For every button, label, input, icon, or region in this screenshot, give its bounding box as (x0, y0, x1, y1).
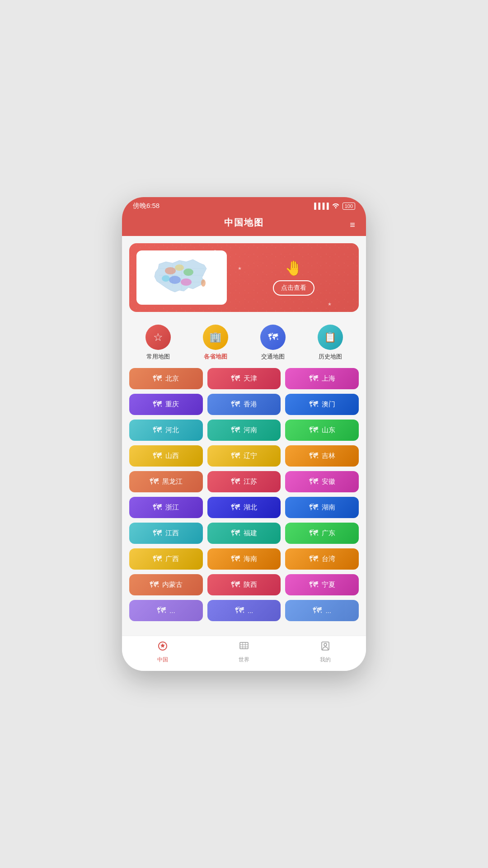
province-guangxi[interactable]: 🗺 广西 (129, 548, 203, 570)
province-zhejiang[interactable]: 🗺 浙江 (129, 497, 203, 518)
hongkong-icon: 🗺 (231, 399, 240, 410)
province-hainan[interactable]: 🗺 海南 (207, 548, 281, 570)
jiangsu-icon: 🗺 (231, 476, 240, 487)
province-map-icon: 🏢 (203, 325, 228, 350)
province-taiwan[interactable]: 🗺 台湾 (285, 548, 359, 570)
province-jiangsu[interactable]: 🗺 江苏 (207, 471, 281, 492)
jiangxi-icon: 🗺 (153, 528, 162, 538)
province-extra2[interactable]: 🗺 ... (207, 600, 281, 621)
province-map-label: 各省地图 (204, 353, 227, 361)
categories: ☆ 常用地图 🏢 各省地图 🗺 交通地图 📋 历史地图 (129, 321, 359, 368)
svg-rect-13 (240, 642, 248, 649)
province-guangdong[interactable]: 🗺 广东 (285, 523, 359, 544)
liaoning-icon: 🗺 (231, 451, 240, 461)
chongqing-icon: 🗺 (153, 399, 162, 410)
status-bar: 傍晚6:58 ▐▐▐▐ 100 (122, 197, 366, 213)
hand-icon: 🤚 (285, 259, 303, 277)
nav-world[interactable]: 世界 (203, 641, 285, 664)
category-history[interactable]: 📋 历史地图 (318, 325, 343, 361)
svg-point-7 (175, 264, 184, 271)
taiwan-icon: 🗺 (309, 554, 318, 564)
province-ningxia[interactable]: 🗺 宁夏 (285, 574, 359, 595)
province-beijing[interactable]: 🗺 北京 (129, 368, 203, 389)
province-extra3[interactable]: 🗺 ... (285, 600, 359, 621)
province-shanghai[interactable]: 🗺 上海 (285, 368, 359, 389)
province-heilongjiang[interactable]: 🗺 黑龙江 (129, 471, 203, 492)
shanghai-icon: 🗺 (309, 373, 318, 384)
extra1-icon: 🗺 (157, 605, 166, 616)
common-map-icon: ☆ (145, 325, 171, 350)
province-macao[interactable]: 🗺 澳门 (285, 394, 359, 415)
anhui-icon: 🗺 (309, 476, 318, 487)
svg-point-11 (162, 275, 170, 282)
signal-icon: ▐▐▐▐ (312, 203, 329, 209)
header-title: 中国地图 (224, 217, 264, 229)
province-hubei[interactable]: 🗺 湖北 (207, 497, 281, 518)
shanxi-icon: 🗺 (153, 451, 162, 461)
province-shanxi[interactable]: 🗺 山西 (129, 445, 203, 467)
common-map-label: 常用地图 (146, 353, 170, 361)
extra2-icon: 🗺 (235, 605, 244, 616)
banner: ✈ ★ ★ ★ (129, 243, 359, 312)
category-traffic[interactable]: 🗺 交通地图 (260, 325, 286, 361)
battery-icon: 100 (343, 203, 355, 210)
svg-point-8 (183, 269, 193, 276)
fujian-icon: 🗺 (231, 528, 240, 538)
traffic-map-icon: 🗺 (260, 325, 286, 350)
heilongjiang-icon: 🗺 (150, 476, 159, 487)
province-jiangxi[interactable]: 🗺 江西 (129, 523, 203, 544)
wifi-icon (332, 202, 340, 210)
svg-point-9 (169, 276, 181, 284)
province-chongqing[interactable]: 🗺 重庆 (129, 394, 203, 415)
henan-icon: 🗺 (231, 425, 240, 435)
province-anhui[interactable]: 🗺 安徽 (285, 471, 359, 492)
content-area: ✈ ★ ★ ★ (122, 236, 366, 636)
guangdong-icon: 🗺 (309, 528, 318, 538)
province-hunan[interactable]: 🗺 湖南 (285, 497, 359, 518)
hainan-icon: 🗺 (231, 554, 240, 564)
svg-point-12 (201, 279, 206, 287)
neimenggu-icon: 🗺 (150, 580, 159, 590)
bottom-nav: 中国 世界 我的 (122, 636, 366, 671)
status-time: 傍晚6:58 (133, 202, 160, 210)
mine-nav-icon (320, 641, 331, 654)
nav-mine[interactable]: 我的 (285, 641, 366, 664)
hubei-icon: 🗺 (231, 502, 240, 513)
hunan-icon: 🗺 (309, 502, 318, 513)
province-jilin[interactable]: 🗺 吉林 (285, 445, 359, 467)
tianjin-icon: 🗺 (231, 373, 240, 384)
province-shandong[interactable]: 🗺 山东 (285, 420, 359, 441)
china-nav-icon (157, 641, 168, 654)
world-nav-icon (239, 641, 249, 654)
guangxi-icon: 🗺 (153, 554, 162, 564)
svg-point-6 (165, 267, 176, 274)
category-province[interactable]: 🏢 各省地图 (203, 325, 228, 361)
province-shaanxi[interactable]: 🗺 陕西 (207, 574, 281, 595)
history-map-label: 历史地图 (319, 353, 342, 361)
macao-icon: 🗺 (309, 399, 318, 410)
province-liaoning[interactable]: 🗺 辽宁 (207, 445, 281, 467)
province-hebei[interactable]: 🗺 河北 (129, 420, 203, 441)
mine-nav-label: 我的 (320, 656, 331, 664)
province-neimenggu[interactable]: 🗺 内蒙古 (129, 574, 203, 595)
click-view-button[interactable]: 点击查看 (273, 280, 314, 296)
category-common[interactable]: ☆ 常用地图 (145, 325, 171, 361)
app-header: 中国地图 ≡ (122, 213, 366, 236)
menu-button[interactable]: ≡ (350, 219, 355, 230)
china-map-svg (145, 255, 218, 300)
province-tianjin[interactable]: 🗺 天津 (207, 368, 281, 389)
province-hongkong[interactable]: 🗺 香港 (207, 394, 281, 415)
hebei-icon: 🗺 (153, 425, 162, 435)
province-extra1[interactable]: 🗺 ... (129, 600, 203, 621)
ningxia-icon: 🗺 (309, 580, 318, 590)
svg-point-10 (181, 278, 192, 286)
province-henan[interactable]: 🗺 河南 (207, 420, 281, 441)
banner-right: 🤚 点击查看 (236, 259, 352, 296)
traffic-map-label: 交通地图 (261, 353, 285, 361)
shandong-icon: 🗺 (309, 425, 318, 435)
banner-map (136, 250, 227, 305)
beijing-icon: 🗺 (153, 373, 162, 384)
province-fujian[interactable]: 🗺 福建 (207, 523, 281, 544)
shaanxi-icon: 🗺 (231, 580, 240, 590)
nav-china[interactable]: 中国 (122, 641, 203, 664)
